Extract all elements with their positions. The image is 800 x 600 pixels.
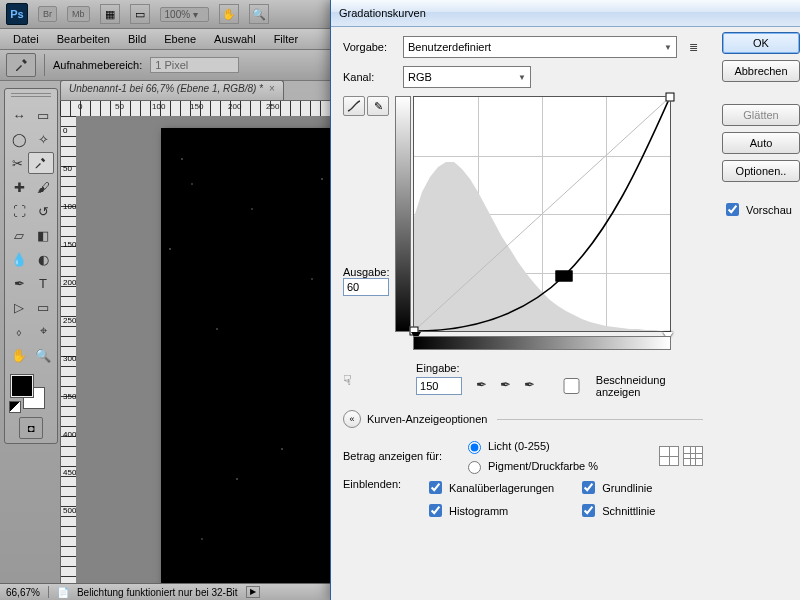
output-field[interactable]: [343, 278, 389, 296]
toolbox-grip[interactable]: [11, 93, 51, 99]
hand-tool-icon-tb[interactable]: ✋: [8, 344, 30, 366]
options-button[interactable]: Optionen..: [722, 160, 800, 182]
lasso-tool-icon[interactable]: ◯: [8, 128, 30, 150]
minibridge-button[interactable]: Mb: [67, 6, 90, 22]
show-label: Einblenden:: [343, 478, 415, 490]
crop-tool-icon[interactable]: ✂: [8, 152, 26, 174]
pen-tool-icon[interactable]: ✒: [8, 272, 30, 294]
ok-button[interactable]: OK: [722, 32, 800, 54]
channel-label: Kanal:: [343, 71, 397, 83]
menu-image[interactable]: Bild: [119, 31, 155, 47]
3d-camera-tool-icon[interactable]: ⌖: [32, 320, 54, 342]
eraser-tool-icon[interactable]: ▱: [8, 224, 30, 246]
curve-point-highlight[interactable]: [666, 93, 675, 102]
path-select-tool-icon[interactable]: ▷: [8, 296, 30, 318]
dialog-buttons: OK Abbrechen Glätten Auto Optionen.. Vor…: [722, 32, 800, 219]
preset-select[interactable]: Benutzerdefiniert▼: [403, 36, 677, 58]
healing-tool-icon[interactable]: ✚: [8, 176, 30, 198]
status-zoom[interactable]: 66,67%: [6, 587, 40, 598]
show-clipping-checkbox[interactable]: Beschneidung anzeigen: [550, 374, 703, 398]
sample-size-label: Aufnahmebereich:: [53, 59, 142, 71]
amount-pigment-radio[interactable]: Pigment/Druckfarbe %: [463, 458, 598, 474]
type-tool-icon[interactable]: T: [32, 272, 54, 294]
magic-wand-tool-icon[interactable]: ✧: [32, 128, 54, 150]
curve-point-mode-icon[interactable]: [343, 96, 365, 116]
app-logo-icon: Ps: [6, 3, 28, 25]
curve-point-selected[interactable]: [556, 271, 573, 282]
grid-coarse-icon[interactable]: [659, 446, 679, 466]
status-message: Belichtung funktioniert nur bei 32-Bit: [77, 587, 238, 598]
cancel-button[interactable]: Abbrechen: [722, 60, 800, 82]
histogram-checkbox[interactable]: Histogramm: [425, 501, 554, 520]
grid-fine-icon[interactable]: [683, 446, 703, 466]
sample-size-select[interactable]: 1 Pixel: [150, 57, 239, 73]
view-layout-icon[interactable]: ▭: [130, 4, 150, 24]
document-tabs: Unbenannt-1 bei 66,7% (Ebene 1, RGB/8) *…: [60, 80, 284, 100]
eyedropper-tool-icon[interactable]: [28, 152, 54, 174]
history-brush-tool-icon[interactable]: ↺: [32, 200, 54, 222]
curve-path: [414, 97, 670, 331]
preset-menu-icon[interactable]: ≣: [683, 37, 703, 57]
zoom-tool-icon[interactable]: 🔍: [249, 4, 269, 24]
menu-edit[interactable]: Bearbeiten: [48, 31, 119, 47]
document-tab[interactable]: Unbenannt-1 bei 66,7% (Ebene 1, RGB/8) *…: [60, 80, 284, 100]
blur-tool-icon[interactable]: 💧: [8, 248, 30, 270]
curves-dialog: Gradationskurven OK Abbrechen Glätten Au…: [330, 0, 800, 600]
output-label: Ausgabe:: [343, 266, 403, 278]
preset-label: Vorgabe:: [343, 41, 397, 53]
quickmask-icon[interactable]: ◘: [19, 417, 43, 439]
curve-draw-mode-icon[interactable]: ✎: [367, 96, 389, 116]
photoshop-window: Ps Br Mb ▦ ▭ 100% ▾ ✋ 🔍 Datei Bearbeiten…: [0, 0, 800, 600]
default-colors-icon[interactable]: [9, 401, 21, 413]
doc-info-icon[interactable]: 📄: [57, 587, 69, 598]
menu-select[interactable]: Auswahl: [205, 31, 265, 47]
close-tab-icon[interactable]: ×: [269, 83, 275, 94]
zoom-tool-icon-tb[interactable]: 🔍: [32, 344, 54, 366]
color-swatches[interactable]: [7, 373, 55, 407]
eyedropper-icon[interactable]: [6, 53, 36, 77]
input-gradient: [413, 336, 671, 350]
hand-tool-icon[interactable]: ✋: [219, 4, 239, 24]
dialog-titlebar[interactable]: Gradationskurven: [331, 0, 800, 27]
status-next-icon[interactable]: ▶: [246, 586, 260, 598]
black-eyedropper-icon[interactable]: ✒: [476, 377, 494, 395]
foreground-swatch[interactable]: [11, 375, 33, 397]
channel-overlays-checkbox[interactable]: Kanalüberlagerungen: [425, 478, 554, 497]
disclose-label: Kurven-Anzeigeoptionen: [367, 413, 487, 425]
channel-select[interactable]: RGB▼: [403, 66, 531, 88]
marquee-tool-icon[interactable]: ▭: [32, 104, 54, 126]
preview-checkbox[interactable]: Vorschau: [722, 200, 800, 219]
smooth-button[interactable]: Glätten: [722, 104, 800, 126]
baseline-checkbox[interactable]: Grundlinie: [578, 478, 655, 497]
move-tool-icon[interactable]: ↔: [8, 104, 30, 126]
disclose-toggle-icon[interactable]: «: [343, 410, 361, 428]
brush-tool-icon[interactable]: 🖌: [32, 176, 54, 198]
white-eyedropper-icon[interactable]: ✒: [524, 377, 542, 395]
bridge-button[interactable]: Br: [38, 6, 57, 22]
shape-tool-icon[interactable]: ▭: [32, 296, 54, 318]
menu-file[interactable]: Datei: [4, 31, 48, 47]
auto-button[interactable]: Auto: [722, 132, 800, 154]
curve-grid[interactable]: [413, 96, 671, 332]
stamp-tool-icon[interactable]: ⛶: [8, 200, 30, 222]
menu-filter[interactable]: Filter: [265, 31, 307, 47]
amount-light-radio[interactable]: Licht (0-255): [463, 438, 598, 454]
output-gradient: [395, 96, 411, 332]
svg-line-1: [414, 97, 670, 331]
3d-tool-icon[interactable]: ⬨: [8, 320, 30, 342]
gray-eyedropper-icon[interactable]: ✒: [500, 377, 518, 395]
toolbox: ↔▭ ◯✧ ✂ ✚🖌 ⛶↺ ▱◧ 💧◐ ✒T ▷▭ ⬨⌖ ✋🔍 ◘: [4, 88, 58, 444]
targeted-adjust-icon[interactable]: ☟: [343, 372, 362, 388]
zoom-field[interactable]: 100% ▾: [160, 7, 209, 22]
input-field[interactable]: [416, 377, 462, 395]
menu-layer[interactable]: Ebene: [155, 31, 205, 47]
gradient-tool-icon[interactable]: ◧: [32, 224, 54, 246]
amount-label: Betrag anzeigen für:: [343, 450, 453, 462]
dodge-tool-icon[interactable]: ◐: [32, 248, 54, 270]
intersection-checkbox[interactable]: Schnittlinie: [578, 501, 655, 520]
input-label: Eingabe:: [416, 362, 703, 374]
view-extras-icon[interactable]: ▦: [100, 4, 120, 24]
